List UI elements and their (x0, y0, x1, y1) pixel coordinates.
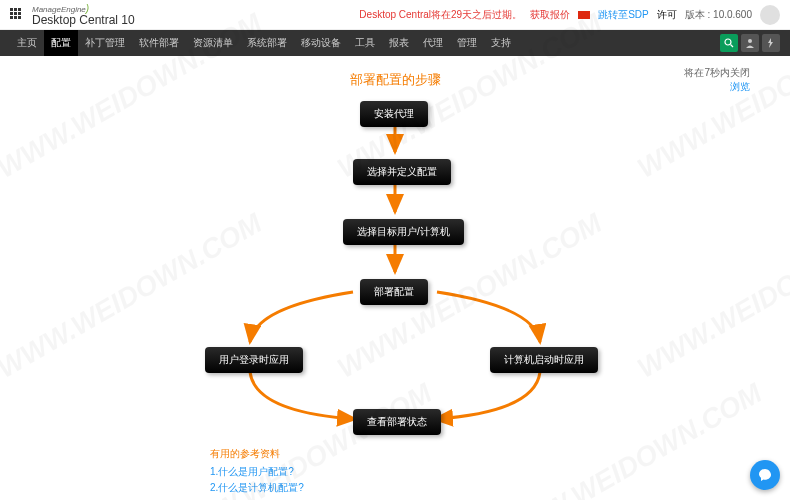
svg-point-0 (725, 39, 731, 45)
nav-mobile[interactable]: 移动设备 (294, 30, 348, 56)
license-link[interactable]: 许可 (657, 8, 677, 22)
header: ManageEngine) Desktop Central 10 Desktop… (0, 0, 790, 30)
flow-node-deploy[interactable]: 部署配置 (360, 279, 428, 305)
version-text: 版本 : 10.0.600 (685, 8, 752, 22)
help-link-1[interactable]: 1.什么是用户配置? (210, 465, 750, 479)
flow-node-user-login[interactable]: 用户登录时应用 (205, 347, 303, 373)
product-name: Desktop Central 10 (32, 14, 135, 26)
help-link-2[interactable]: 2.什么是计算机配置? (210, 481, 750, 495)
nav-config[interactable]: 配置 (44, 30, 78, 56)
browse-link[interactable]: 浏览 (684, 80, 750, 94)
search-icon[interactable] (720, 34, 738, 52)
nav-osdeploy[interactable]: 系统部署 (240, 30, 294, 56)
chat-button[interactable] (750, 460, 780, 490)
flow-node-select-target[interactable]: 选择目标用户/计算机 (343, 219, 464, 245)
user-icon[interactable] (741, 34, 759, 52)
apps-grid-icon[interactable] (10, 8, 24, 22)
quote-link[interactable]: 获取报价 (530, 8, 570, 22)
main-nav: 主页 配置 补丁管理 软件部署 资源清单 系统部署 移动设备 工具 报表 代理 … (0, 30, 790, 56)
nav-support[interactable]: 支持 (484, 30, 518, 56)
svg-point-2 (748, 39, 752, 43)
header-right: Desktop Central将在29天之后过期。 获取报价 跳转至SDP 许可… (359, 5, 780, 25)
content-area: 将在7秒内关闭 浏览 部署配置的步骤 安装代理 选择并定义配置 选择目标用户/计… (0, 56, 790, 500)
expiry-notice: Desktop Central将在29天之后过期。 (359, 8, 522, 22)
bolt-icon[interactable] (762, 34, 780, 52)
flow-node-install[interactable]: 安装代理 (360, 101, 428, 127)
nav-reports[interactable]: 报表 (382, 30, 416, 56)
flow-node-computer-start[interactable]: 计算机启动时应用 (490, 347, 598, 373)
flag-icon (578, 11, 590, 19)
close-countdown: 将在7秒内关闭 (684, 66, 750, 80)
nav-patch[interactable]: 补丁管理 (78, 30, 132, 56)
flowchart: 安装代理 选择并定义配置 选择目标用户/计算机 部署配置 用户登录时应用 计算机… (135, 97, 655, 437)
nav-home[interactable]: 主页 (10, 30, 44, 56)
help-title: 有用的参考资料 (210, 447, 750, 461)
nav-inventory[interactable]: 资源清单 (186, 30, 240, 56)
flow-node-view-status[interactable]: 查看部署状态 (353, 409, 441, 435)
nav-software[interactable]: 软件部署 (132, 30, 186, 56)
auto-close-info: 将在7秒内关闭 浏览 (684, 66, 750, 94)
logo: ManageEngine) Desktop Central 10 (32, 4, 135, 26)
nav-tools[interactable]: 工具 (348, 30, 382, 56)
user-avatar[interactable] (760, 5, 780, 25)
flow-node-select-config[interactable]: 选择并定义配置 (353, 159, 451, 185)
help-section: 有用的参考资料 1.什么是用户配置? 2.什么是计算机配置? (210, 447, 750, 495)
nav-admin[interactable]: 管理 (450, 30, 484, 56)
flow-title: 部署配置的步骤 (40, 71, 750, 89)
nav-agent[interactable]: 代理 (416, 30, 450, 56)
flow-connectors (135, 97, 655, 437)
svg-line-1 (731, 45, 734, 48)
sdp-link[interactable]: 跳转至SDP (598, 8, 649, 22)
